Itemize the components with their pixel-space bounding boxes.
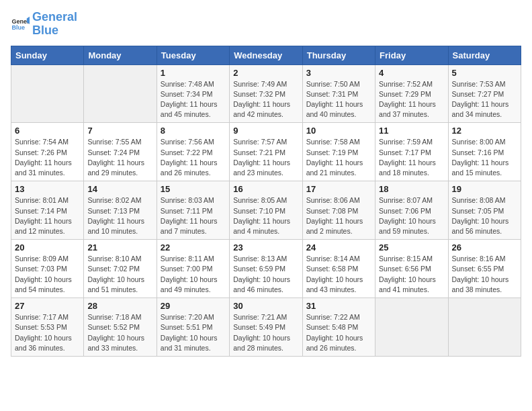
day-number: 6 (15, 126, 80, 136)
day-info: Sunrise: 7:53 AM Sunset: 7:27 PM Dayligh… (452, 79, 517, 120)
calendar-cell: 30Sunrise: 7:21 AM Sunset: 5:49 PM Dayli… (230, 298, 302, 357)
day-info: Sunrise: 8:09 AM Sunset: 7:03 PM Dayligh… (15, 254, 80, 295)
day-number: 24 (306, 242, 371, 253)
day-info: Sunrise: 8:01 AM Sunset: 7:14 PM Dayligh… (15, 195, 80, 236)
calendar-week-4: 20Sunrise: 8:09 AM Sunset: 7:03 PM Dayli… (11, 240, 521, 298)
day-info: Sunrise: 7:49 AM Sunset: 7:32 PM Dayligh… (233, 79, 298, 120)
calendar-cell (375, 298, 448, 357)
day-info: Sunrise: 8:10 AM Sunset: 7:02 PM Dayligh… (87, 254, 152, 295)
weekday-header-saturday: Saturday (448, 46, 521, 64)
weekday-header-wednesday: Wednesday (230, 46, 302, 64)
day-number: 29 (161, 301, 226, 311)
calendar-cell: 8Sunrise: 7:56 AM Sunset: 7:22 PM Daylig… (157, 123, 229, 181)
calendar-cell: 19Sunrise: 8:08 AM Sunset: 7:05 PM Dayli… (448, 181, 521, 240)
calendar-body: 1Sunrise: 7:48 AM Sunset: 7:34 PM Daylig… (11, 64, 521, 356)
calendar-cell: 3Sunrise: 7:50 AM Sunset: 7:31 PM Daylig… (302, 64, 375, 123)
calendar-cell (11, 64, 84, 123)
calendar-cell: 20Sunrise: 8:09 AM Sunset: 7:03 PM Dayli… (11, 240, 84, 298)
day-number: 23 (233, 242, 298, 253)
logo-icon: General Blue (11, 15, 30, 34)
day-number: 12 (452, 126, 517, 136)
calendar-cell: 11Sunrise: 7:59 AM Sunset: 7:17 PM Dayli… (375, 123, 448, 181)
day-number: 11 (379, 126, 444, 136)
day-info: Sunrise: 7:20 AM Sunset: 5:51 PM Dayligh… (161, 312, 226, 353)
day-info: Sunrise: 7:48 AM Sunset: 7:34 PM Dayligh… (161, 79, 226, 120)
calendar-cell: 15Sunrise: 8:03 AM Sunset: 7:11 PM Dayli… (157, 181, 229, 240)
calendar-cell: 23Sunrise: 8:13 AM Sunset: 6:59 PM Dayli… (230, 240, 302, 298)
calendar-cell: 18Sunrise: 8:07 AM Sunset: 7:06 PM Dayli… (375, 181, 448, 240)
calendar-cell: 17Sunrise: 8:06 AM Sunset: 7:08 PM Dayli… (302, 181, 375, 240)
day-number: 7 (87, 126, 152, 136)
calendar-cell (448, 298, 521, 357)
day-number: 15 (161, 184, 226, 194)
day-number: 22 (161, 242, 226, 253)
calendar-week-1: 1Sunrise: 7:48 AM Sunset: 7:34 PM Daylig… (11, 64, 521, 123)
day-number: 31 (306, 301, 371, 311)
calendar-table: SundayMondayTuesdayWednesdayThursdayFrid… (11, 46, 521, 357)
day-info: Sunrise: 7:54 AM Sunset: 7:26 PM Dayligh… (15, 137, 80, 178)
day-info: Sunrise: 8:02 AM Sunset: 7:13 PM Dayligh… (87, 195, 152, 236)
day-number: 13 (15, 184, 80, 194)
calendar-cell (84, 64, 157, 123)
calendar-cell: 22Sunrise: 8:11 AM Sunset: 7:00 PM Dayli… (157, 240, 229, 298)
day-number: 18 (379, 184, 444, 194)
day-info: Sunrise: 8:16 AM Sunset: 6:55 PM Dayligh… (452, 254, 517, 295)
weekday-header-tuesday: Tuesday (157, 46, 229, 64)
calendar-week-2: 6Sunrise: 7:54 AM Sunset: 7:26 PM Daylig… (11, 123, 521, 181)
svg-text:Blue: Blue (11, 24, 25, 31)
day-number: 25 (379, 242, 444, 253)
day-info: Sunrise: 8:07 AM Sunset: 7:06 PM Dayligh… (379, 195, 444, 236)
calendar-cell: 12Sunrise: 8:00 AM Sunset: 7:16 PM Dayli… (448, 123, 521, 181)
day-info: Sunrise: 7:50 AM Sunset: 7:31 PM Dayligh… (306, 79, 371, 120)
logo-text: GeneralBlue (32, 11, 77, 38)
day-info: Sunrise: 7:55 AM Sunset: 7:24 PM Dayligh… (87, 137, 152, 178)
day-info: Sunrise: 8:13 AM Sunset: 6:59 PM Dayligh… (233, 254, 298, 295)
day-info: Sunrise: 8:03 AM Sunset: 7:11 PM Dayligh… (161, 195, 226, 236)
calendar-cell: 31Sunrise: 7:22 AM Sunset: 5:48 PM Dayli… (302, 298, 375, 357)
calendar-cell: 25Sunrise: 8:15 AM Sunset: 6:56 PM Dayli… (375, 240, 448, 298)
day-number: 27 (15, 301, 80, 311)
calendar-cell: 24Sunrise: 8:14 AM Sunset: 6:58 PM Dayli… (302, 240, 375, 298)
calendar-cell: 28Sunrise: 7:18 AM Sunset: 5:52 PM Dayli… (84, 298, 157, 357)
day-number: 3 (306, 68, 371, 78)
day-number: 30 (233, 301, 298, 311)
day-info: Sunrise: 8:00 AM Sunset: 7:16 PM Dayligh… (452, 137, 517, 178)
day-number: 26 (452, 242, 517, 253)
day-number: 21 (87, 242, 152, 253)
calendar-cell: 6Sunrise: 7:54 AM Sunset: 7:26 PM Daylig… (11, 123, 84, 181)
calendar-cell: 9Sunrise: 7:57 AM Sunset: 7:21 PM Daylig… (230, 123, 302, 181)
weekday-header-monday: Monday (84, 46, 157, 64)
calendar-cell: 2Sunrise: 7:49 AM Sunset: 7:32 PM Daylig… (230, 64, 302, 123)
day-info: Sunrise: 8:08 AM Sunset: 7:05 PM Dayligh… (452, 195, 517, 236)
day-info: Sunrise: 8:11 AM Sunset: 7:00 PM Dayligh… (161, 254, 226, 295)
day-info: Sunrise: 7:17 AM Sunset: 5:53 PM Dayligh… (15, 312, 80, 353)
day-info: Sunrise: 8:14 AM Sunset: 6:58 PM Dayligh… (306, 254, 371, 295)
day-number: 5 (452, 68, 517, 78)
day-info: Sunrise: 8:06 AM Sunset: 7:08 PM Dayligh… (306, 195, 371, 236)
calendar-cell: 16Sunrise: 8:05 AM Sunset: 7:10 PM Dayli… (230, 181, 302, 240)
day-info: Sunrise: 7:22 AM Sunset: 5:48 PM Dayligh… (306, 312, 371, 353)
calendar-cell: 13Sunrise: 8:01 AM Sunset: 7:14 PM Dayli… (11, 181, 84, 240)
calendar-cell: 27Sunrise: 7:17 AM Sunset: 5:53 PM Dayli… (11, 298, 84, 357)
day-number: 10 (306, 126, 371, 136)
day-info: Sunrise: 7:56 AM Sunset: 7:22 PM Dayligh… (161, 137, 226, 178)
calendar-cell: 5Sunrise: 7:53 AM Sunset: 7:27 PM Daylig… (448, 64, 521, 123)
day-info: Sunrise: 8:15 AM Sunset: 6:56 PM Dayligh… (379, 254, 444, 295)
day-number: 20 (15, 242, 80, 253)
weekday-header-thursday: Thursday (302, 46, 375, 64)
page-header: General Blue GeneralBlue (11, 11, 521, 38)
day-number: 16 (233, 184, 298, 194)
day-number: 2 (233, 68, 298, 78)
day-number: 17 (306, 184, 371, 194)
calendar-cell: 10Sunrise: 7:58 AM Sunset: 7:19 PM Dayli… (302, 123, 375, 181)
weekday-header-friday: Friday (375, 46, 448, 64)
day-info: Sunrise: 7:57 AM Sunset: 7:21 PM Dayligh… (233, 137, 298, 178)
day-number: 14 (87, 184, 152, 194)
calendar-cell: 7Sunrise: 7:55 AM Sunset: 7:24 PM Daylig… (84, 123, 157, 181)
day-info: Sunrise: 7:52 AM Sunset: 7:29 PM Dayligh… (379, 79, 444, 120)
calendar-cell: 1Sunrise: 7:48 AM Sunset: 7:34 PM Daylig… (157, 64, 229, 123)
day-info: Sunrise: 7:21 AM Sunset: 5:49 PM Dayligh… (233, 312, 298, 353)
day-number: 9 (233, 126, 298, 136)
day-info: Sunrise: 7:58 AM Sunset: 7:19 PM Dayligh… (306, 137, 371, 178)
calendar-cell: 4Sunrise: 7:52 AM Sunset: 7:29 PM Daylig… (375, 64, 448, 123)
